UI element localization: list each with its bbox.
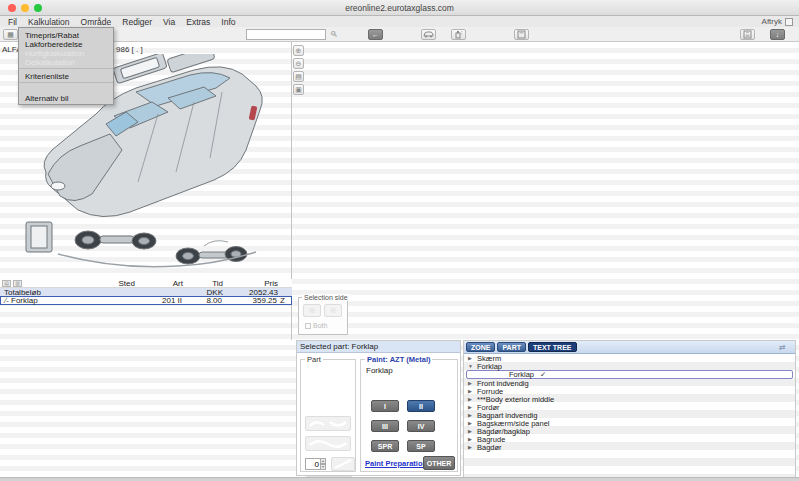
paint-legend: Paint: AZT (Metal) (365, 355, 432, 364)
aftryk-icon[interactable] (785, 18, 793, 26)
right-side-button[interactable]: ≋ (324, 304, 342, 317)
print-view-icon[interactable]: ▤ (293, 71, 304, 82)
tree-item[interactable]: ▶Front indvendig (464, 379, 795, 387)
menu-omraade[interactable]: Område (81, 17, 112, 27)
row-name: Forklap (11, 296, 38, 305)
column-sted[interactable]: Sted (85, 279, 135, 288)
expand-icon[interactable]: ▶ (468, 396, 474, 402)
tree-item[interactable]: ▼Forklap (464, 362, 795, 370)
left-side-button[interactable]: ≋ (303, 304, 321, 317)
tree-item[interactable]: ▶Skærm (464, 354, 795, 362)
car-view-icon[interactable]: ▣ (293, 84, 304, 95)
expand-icon[interactable]: ▶ (468, 404, 474, 410)
back-icon[interactable]: ← (368, 29, 383, 40)
menu-via[interactable]: Via (163, 17, 175, 27)
menu-separator (19, 82, 113, 83)
part-legend: Part (305, 355, 323, 364)
table-row-forklap[interactable]: ∕-Forklap 201 II 8.00 359.25 Z (0, 296, 292, 305)
column-pris[interactable]: Pris (223, 279, 278, 288)
vehicle-info-suffix: 986 [ . ] (116, 45, 143, 54)
main-area: ALFA 986 [ . ] (0, 42, 799, 477)
menu-info[interactable]: Info (221, 17, 235, 27)
expand-all-icon[interactable]: ▥ (13, 280, 22, 287)
paint-sp-button[interactable]: SP (407, 440, 435, 452)
vehicle-icon[interactable] (421, 29, 436, 40)
expand-icon[interactable]: ▶ (468, 436, 474, 442)
tree-item[interactable]: ▶Bagdør/bagklap (464, 427, 795, 435)
selected-part-panel: Selected part: Forklap Part 0 ▲▼ Paint: … (296, 340, 461, 476)
menu-separator (19, 68, 113, 69)
menu-item-kriterienliste[interactable]: Kriterienliste (19, 71, 113, 80)
collapse-icon[interactable]: ▼ (468, 363, 474, 369)
paint-preparation-link[interactable]: Paint Preparation (365, 459, 427, 468)
table-row-total[interactable]: Totalbeløb DKK 2052.43 (0, 288, 292, 296)
menu-kalkulation[interactable]: Kalkulation (28, 17, 70, 27)
menu-item-lakforberedelse[interactable]: Lakforberedelse (19, 39, 113, 48)
repair-curve-button[interactable] (305, 436, 351, 451)
tab-zone[interactable]: ZONE (466, 342, 495, 352)
panel-refresh-icon[interactable]: ⇄ (779, 343, 791, 352)
zone-tree: ▶Skærm ▼Forklap Forklap✓ ▶Front indvendi… (464, 354, 795, 477)
view-tools: ⊕ ⊖ ▤ ▣ (293, 45, 304, 95)
paint-group: Paint: AZT (Metal) Forklap I II III IV S… (360, 359, 458, 472)
row-pris: 359.25 (222, 296, 277, 305)
paint-spray-icon[interactable] (451, 29, 466, 40)
paint-part-name: Forklap (366, 366, 393, 375)
menu-item-alternativ-bil[interactable]: Alternativ bil (19, 93, 113, 102)
expand-icon[interactable]: ▶ (468, 412, 474, 418)
menu-fil[interactable]: Fil (8, 17, 17, 27)
selection-side-group: Selection side ≋ ≋ Both (298, 297, 348, 335)
paint-level-3-button[interactable]: III (371, 420, 399, 432)
expand-icon[interactable]: ▶ (468, 388, 474, 394)
hours-spinner-arrows[interactable]: ▲▼ (320, 458, 326, 470)
save-icon[interactable] (740, 29, 755, 40)
search-icon[interactable]: 🔍︎ (330, 30, 339, 39)
paint-level-2-button[interactable]: II (407, 400, 435, 412)
row-art: 201 II (134, 296, 182, 305)
menu-item-timepris-rabat[interactable]: Timepris/Rabat (19, 30, 113, 39)
part-group: Part 0 ▲▼ (300, 359, 356, 472)
open-document-icon[interactable] (514, 29, 529, 40)
aftryk-control[interactable]: Aftryk (762, 17, 793, 26)
row-tid: 8.00 (182, 296, 222, 305)
check-icon: ✓ (537, 370, 546, 379)
column-tid[interactable]: Tid (183, 279, 223, 288)
other-button[interactable]: OTHER (423, 456, 455, 470)
replace-curve-button[interactable] (305, 416, 351, 431)
app-window: ereonline2.eurotaxglass.com Fil Kalkulat… (0, 0, 799, 481)
search-input[interactable] (246, 29, 326, 40)
zoom-in-icon[interactable]: ⊕ (293, 45, 304, 56)
menu-rediger[interactable]: Rediger (122, 17, 152, 27)
tab-text-tree[interactable]: TEXT TREE (528, 342, 577, 352)
app-icon[interactable]: ▦ (3, 29, 18, 40)
zoom-out-icon[interactable]: ⊖ (293, 58, 304, 69)
expand-icon[interactable]: ▶ (468, 420, 474, 426)
line-tool-button[interactable] (331, 457, 355, 471)
menu-item-disabled-1: Hurtigkalkulation (19, 48, 113, 57)
expand-icon[interactable]: ▶ (468, 355, 474, 361)
tree-item[interactable]: ▶***Body exterior middle (464, 395, 795, 403)
menu-item-disabled-2: Delkalkulation (19, 57, 113, 66)
column-art[interactable]: Art (135, 279, 183, 288)
selection-side-legend: Selection side (302, 294, 350, 301)
expand-icon[interactable]: ▶ (468, 380, 474, 386)
paint-level-1-button[interactable]: I (371, 400, 399, 412)
expand-icon[interactable]: ▶ (468, 428, 474, 434)
tree-tab-bar: ZONE PART TEXT TREE ⇄ (464, 341, 795, 354)
tree-panel: ZONE PART TEXT TREE ⇄ ▶Skærm ▼Forklap Fo… (463, 340, 796, 478)
paint-level-4-button[interactable]: IV (407, 420, 435, 432)
selected-part-header: Selected part: Forklap (297, 341, 460, 353)
both-checkbox[interactable] (305, 323, 311, 329)
collapse-all-icon[interactable]: ▤ (2, 280, 11, 287)
title-bar: ereonline2.eurotaxglass.com (0, 0, 799, 16)
tree-item[interactable]: ▶Bagrude (464, 435, 795, 443)
expand-icon[interactable]: ▶ (468, 444, 474, 450)
export-print-icon[interactable]: ↓ (770, 29, 785, 40)
row-flag: Z (277, 296, 291, 305)
window-bottom-strip (0, 477, 799, 481)
menu-bar: Fil Kalkulation Område Rediger Via Extra… (0, 16, 799, 27)
paint-spr-button[interactable]: SPR (371, 440, 399, 452)
tree-item[interactable]: ▶Bagdør (464, 443, 795, 451)
tab-part[interactable]: PART (497, 342, 526, 352)
menu-extras[interactable]: Extras (186, 17, 210, 27)
